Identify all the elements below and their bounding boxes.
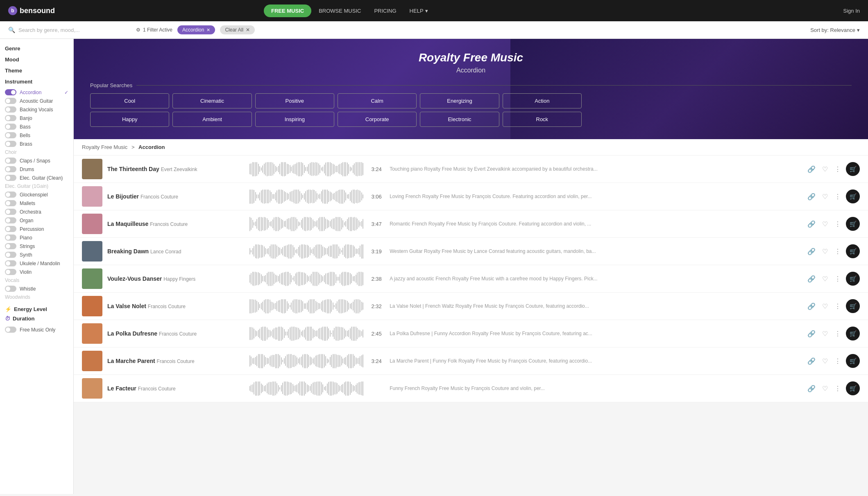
- search-tag-ambient[interactable]: Ambient: [172, 112, 252, 127]
- more-options-button[interactable]: ⋮: [833, 246, 843, 257]
- more-options-button[interactable]: ⋮: [833, 273, 843, 284]
- track-row[interactable]: La Valse Nolet Francois Couture2:32La Va…: [74, 293, 868, 320]
- copy-link-button[interactable]: 🔗: [806, 246, 817, 257]
- more-options-button[interactable]: ⋮: [833, 191, 843, 202]
- sidebar-item-accordion[interactable]: Accordion✓: [5, 88, 68, 97]
- toggle-bass[interactable]: [5, 124, 16, 130]
- sidebar-item-claps---snaps[interactable]: Claps / Snaps: [5, 156, 68, 165]
- copy-link-button[interactable]: 🔗: [806, 301, 817, 312]
- sidebar-item-strings[interactable]: Strings: [5, 242, 68, 250]
- sidebar-item-banjo[interactable]: Banjo: [5, 114, 68, 122]
- like-button[interactable]: ♡: [820, 219, 829, 230]
- search-box[interactable]: 🔍 Search by genre, mood,...: [8, 27, 131, 33]
- genre-section[interactable]: Genre: [5, 45, 68, 52]
- like-button[interactable]: ♡: [820, 301, 829, 312]
- toggle-synth[interactable]: [5, 252, 16, 258]
- more-options-button[interactable]: ⋮: [833, 301, 843, 312]
- toggle-whistle[interactable]: [5, 286, 16, 292]
- toggle-bells[interactable]: [5, 132, 16, 138]
- more-options-button[interactable]: ⋮: [833, 356, 843, 367]
- like-button[interactable]: ♡: [820, 164, 829, 175]
- track-row[interactable]: La Marche Parent Francois Couture3:24La …: [74, 347, 868, 375]
- search-tag-cool[interactable]: Cool: [90, 93, 169, 108]
- search-tag-positive[interactable]: Positive: [255, 93, 334, 108]
- track-waveform[interactable]: [249, 299, 364, 313]
- like-button[interactable]: ♡: [820, 356, 829, 367]
- add-to-cart-button[interactable]: 🛒: [846, 162, 860, 176]
- search-tag-electronic[interactable]: Electronic: [420, 112, 499, 127]
- like-button[interactable]: ♡: [820, 191, 829, 202]
- track-title[interactable]: La Marche Parent Francois Couture: [107, 358, 245, 364]
- search-tag-corporate[interactable]: Corporate: [338, 112, 417, 127]
- search-tag-inspiring[interactable]: Inspiring: [255, 112, 334, 127]
- energy-level-section[interactable]: ⚡ Energy Level: [5, 306, 68, 312]
- sidebar-item-organ[interactable]: Organ: [5, 216, 68, 225]
- sidebar-item-whistle[interactable]: Whistle: [5, 284, 68, 293]
- sort-by-dropdown[interactable]: Sort by: Relevance ▾: [810, 27, 860, 33]
- sidebar-item-orchestra[interactable]: Orchestra: [5, 207, 68, 216]
- search-tag-action[interactable]: Action: [503, 93, 582, 108]
- sidebar-item-brass[interactable]: Brass: [5, 140, 68, 148]
- search-tag-rock[interactable]: Rock: [503, 112, 582, 127]
- track-title[interactable]: Breaking Dawn Lance Conrad: [107, 248, 245, 255]
- add-to-cart-button[interactable]: 🛒: [846, 381, 860, 395]
- remove-filter-icon[interactable]: ✕: [206, 27, 210, 33]
- track-waveform[interactable]: [249, 217, 364, 231]
- more-options-button[interactable]: ⋮: [833, 219, 843, 230]
- toggle-brass[interactable]: [5, 141, 16, 147]
- toggle-acoustic-guitar[interactable]: [5, 98, 16, 104]
- track-title[interactable]: Voulez-Vous Danser Happy Fingers: [107, 275, 245, 282]
- more-options-button[interactable]: ⋮: [833, 164, 843, 175]
- copy-link-button[interactable]: 🔗: [806, 328, 817, 339]
- like-button[interactable]: ♡: [820, 273, 829, 284]
- track-title[interactable]: Le Facteur Francois Couture: [107, 385, 245, 392]
- accordion-filter-chip[interactable]: Accordion ✕: [177, 25, 215, 34]
- track-waveform[interactable]: [249, 189, 364, 204]
- track-row[interactable]: Breaking Dawn Lance Conrad3:19Western Gu…: [74, 238, 868, 265]
- track-row[interactable]: The Thirteenth Day Evert Zeevalkink3:24T…: [74, 156, 868, 183]
- track-waveform[interactable]: [249, 354, 364, 368]
- free-music-nav-btn[interactable]: FREE MUSIC: [264, 5, 311, 17]
- track-title[interactable]: La Maquilleuse Francois Couture: [107, 221, 245, 227]
- toggle-organ[interactable]: [5, 217, 16, 223]
- pricing-link[interactable]: PRICING: [368, 5, 402, 17]
- more-options-button[interactable]: ⋮: [833, 328, 843, 339]
- track-row[interactable]: La Polka Dufresne Francois Couture2:45La…: [74, 320, 868, 347]
- toggle-violin[interactable]: [5, 269, 16, 275]
- instrument-section[interactable]: Instrument: [5, 79, 68, 85]
- toggle-claps---snaps[interactable]: [5, 158, 16, 164]
- track-row[interactable]: Le Facteur Francois CoutureFunny French …: [74, 375, 868, 402]
- toggle-backing-vocals[interactable]: [5, 106, 16, 113]
- toggle-elec--guitar--clean-[interactable]: [5, 175, 16, 181]
- track-title[interactable]: Le Bijoutier Francois Couture: [107, 193, 245, 200]
- like-button[interactable]: ♡: [820, 383, 829, 394]
- search-tag-calm[interactable]: Calm: [338, 93, 417, 108]
- copy-link-button[interactable]: 🔗: [806, 273, 817, 284]
- sidebar-item-violin[interactable]: Violin: [5, 268, 68, 276]
- like-button[interactable]: ♡: [820, 328, 829, 339]
- search-tag-happy[interactable]: Happy: [90, 112, 169, 127]
- add-to-cart-button[interactable]: 🛒: [846, 299, 860, 313]
- sidebar-item-acoustic-guitar[interactable]: Acoustic Guitar: [5, 97, 68, 105]
- add-to-cart-button[interactable]: 🛒: [846, 327, 860, 340]
- toggle-percussion[interactable]: [5, 226, 16, 232]
- more-options-button[interactable]: ⋮: [833, 383, 843, 394]
- copy-link-button[interactable]: 🔗: [806, 164, 817, 175]
- theme-section[interactable]: Theme: [5, 68, 68, 74]
- mood-section[interactable]: Mood: [5, 56, 68, 63]
- toggle-ukulele---mandolin[interactable]: [5, 260, 16, 266]
- toggle-drums[interactable]: [5, 166, 16, 172]
- track-title[interactable]: La Polka Dufresne Francois Couture: [107, 330, 245, 337]
- track-row[interactable]: Voulez-Vous Danser Happy Fingers2:38A ja…: [74, 265, 868, 293]
- copy-link-button[interactable]: 🔗: [806, 383, 817, 394]
- sidebar-item-bells[interactable]: Bells: [5, 131, 68, 140]
- sidebar-item-glockenspiel[interactable]: Glockenspiel: [5, 190, 68, 199]
- add-to-cart-button[interactable]: 🛒: [846, 354, 860, 368]
- sidebar-item-mallets[interactable]: Mallets: [5, 199, 68, 207]
- copy-link-button[interactable]: 🔗: [806, 219, 817, 230]
- add-to-cart-button[interactable]: 🛒: [846, 272, 860, 286]
- sign-in-link[interactable]: Sign In: [843, 8, 860, 14]
- add-to-cart-button[interactable]: 🛒: [846, 217, 860, 231]
- toggle-mallets[interactable]: [5, 200, 16, 206]
- add-to-cart-button[interactable]: 🛒: [846, 244, 860, 258]
